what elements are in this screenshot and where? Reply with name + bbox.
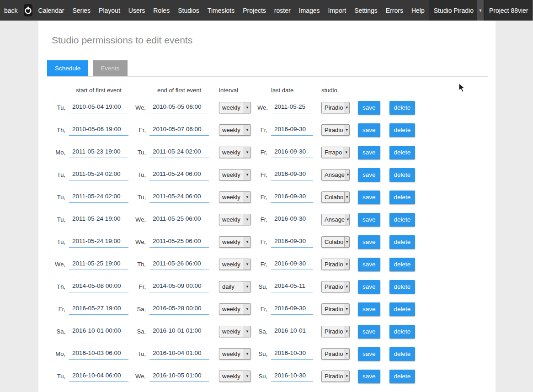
nav-item-projects[interactable]: Projects [239, 0, 270, 21]
tab-events[interactable]: Events [93, 60, 127, 76]
start-datetime-input[interactable] [69, 326, 128, 337]
last-date-input[interactable] [271, 281, 313, 292]
interval-select[interactable]: weekly ▼ [219, 326, 251, 337]
save-button[interactable]: save [358, 370, 380, 383]
interval-select[interactable]: daily ▼ [219, 281, 251, 292]
interval-select[interactable]: weekly ▼ [219, 191, 251, 203]
start-datetime-input[interactable] [69, 214, 128, 225]
nav-item-roster[interactable]: roster [270, 0, 295, 21]
last-date-input[interactable] [271, 191, 313, 203]
nav-item-calendar[interactable]: Calendar [34, 0, 69, 21]
end-datetime-input[interactable] [149, 236, 209, 248]
delete-button[interactable]: delete [389, 168, 416, 182]
nav-item-help[interactable]: Help [407, 0, 429, 21]
nav-item-users[interactable]: Users [124, 0, 149, 21]
delete-button[interactable]: delete [389, 101, 416, 115]
start-datetime-input[interactable] [69, 147, 128, 158]
studio-select[interactable]: Ansage ▼ [321, 214, 350, 225]
nav-item-studios[interactable]: Studios [174, 0, 203, 21]
project-dropdown[interactable]: Project 88vier ▼ [484, 0, 533, 21]
studio-dropdown[interactable]: Studio Piradio ▼ [429, 0, 484, 21]
last-date-input[interactable] [271, 169, 313, 180]
last-date-input[interactable] [271, 371, 313, 382]
delete-button[interactable]: delete [389, 280, 416, 294]
delete-button[interactable]: delete [389, 370, 416, 383]
app-logo[interactable] [24, 4, 32, 16]
start-datetime-input[interactable] [69, 259, 128, 270]
studio-select[interactable]: Piradio ▼ [321, 281, 350, 292]
studio-select[interactable]: Piradio ▼ [321, 102, 350, 113]
nav-item-import[interactable]: Import [324, 0, 351, 21]
delete-button[interactable]: delete [389, 191, 416, 204]
end-datetime-input[interactable] [149, 371, 209, 382]
studio-select[interactable]: Piradio ▼ [321, 371, 350, 382]
end-datetime-input[interactable] [149, 102, 209, 113]
save-button[interactable]: save [358, 280, 380, 294]
nav-item-playout[interactable]: Playout [95, 0, 124, 21]
nav-item-settings[interactable]: Settings [350, 0, 382, 21]
end-datetime-input[interactable] [149, 281, 209, 292]
delete-button[interactable]: delete [389, 235, 416, 249]
last-date-input[interactable] [271, 147, 313, 158]
end-datetime-input[interactable] [149, 169, 209, 180]
interval-select[interactable]: weekly ▼ [219, 124, 251, 136]
save-button[interactable]: save [358, 213, 380, 227]
studio-select[interactable]: Piradio ▼ [321, 259, 350, 270]
last-date-input[interactable] [271, 303, 313, 315]
studio-select[interactable]: Piradio ▼ [321, 326, 350, 337]
save-button[interactable]: save [358, 325, 380, 339]
delete-button[interactable]: delete [389, 347, 416, 361]
nav-item-series[interactable]: Series [68, 0, 95, 21]
chevron-down-icon[interactable]: ▼ [477, 0, 484, 21]
delete-button[interactable]: delete [389, 325, 416, 339]
end-datetime-input[interactable] [149, 191, 209, 203]
interval-select[interactable]: weekly ▼ [219, 348, 251, 360]
save-button[interactable]: save [358, 101, 380, 115]
nav-item-images[interactable]: Images [295, 0, 324, 21]
end-datetime-input[interactable] [149, 124, 209, 136]
start-datetime-input[interactable] [69, 191, 128, 203]
start-datetime-input[interactable] [69, 236, 128, 248]
interval-select[interactable]: weekly ▼ [219, 303, 251, 315]
start-datetime-input[interactable] [69, 348, 128, 360]
studio-select[interactable]: Colabo ▼ [321, 191, 350, 203]
interval-select[interactable]: weekly ▼ [219, 147, 251, 158]
end-datetime-input[interactable] [149, 326, 209, 337]
nav-item-errors[interactable]: Errors [382, 0, 407, 21]
delete-button[interactable]: delete [389, 123, 416, 137]
back-link[interactable]: back [0, 0, 22, 21]
save-button[interactable]: save [358, 258, 380, 271]
delete-button[interactable]: delete [389, 302, 416, 316]
interval-select[interactable]: weekly ▼ [219, 259, 251, 270]
last-date-input[interactable] [271, 326, 313, 337]
last-date-input[interactable] [271, 124, 313, 136]
start-datetime-input[interactable] [69, 281, 128, 292]
save-button[interactable]: save [358, 347, 380, 361]
interval-select[interactable]: weekly ▼ [219, 169, 251, 180]
studio-select[interactable]: Piradio ▼ [321, 124, 350, 136]
start-datetime-input[interactable] [69, 303, 128, 315]
start-datetime-input[interactable] [69, 169, 128, 180]
nav-item-timeslots[interactable]: Timeslots [203, 0, 239, 21]
interval-select[interactable]: weekly ▼ [219, 236, 251, 248]
save-button[interactable]: save [358, 146, 380, 159]
interval-select[interactable]: weekly ▼ [219, 102, 251, 113]
interval-select[interactable]: weekly ▼ [219, 214, 251, 225]
end-datetime-input[interactable] [149, 303, 209, 315]
last-date-input[interactable] [271, 259, 313, 270]
save-button[interactable]: save [358, 191, 380, 204]
end-datetime-input[interactable] [149, 259, 209, 270]
delete-button[interactable]: delete [389, 146, 416, 159]
last-date-input[interactable] [271, 348, 313, 360]
save-button[interactable]: save [358, 168, 380, 182]
last-date-input[interactable] [271, 214, 313, 225]
end-datetime-input[interactable] [149, 348, 209, 360]
save-button[interactable]: save [358, 123, 380, 137]
tab-schedule[interactable]: Schedule [47, 60, 88, 76]
end-datetime-input[interactable] [149, 214, 209, 225]
start-datetime-input[interactable] [69, 371, 128, 382]
studio-select[interactable]: Piradio ▼ [321, 303, 350, 315]
nav-item-roles[interactable]: Roles [149, 0, 174, 21]
last-date-input[interactable] [271, 102, 313, 113]
save-button[interactable]: save [358, 302, 380, 316]
